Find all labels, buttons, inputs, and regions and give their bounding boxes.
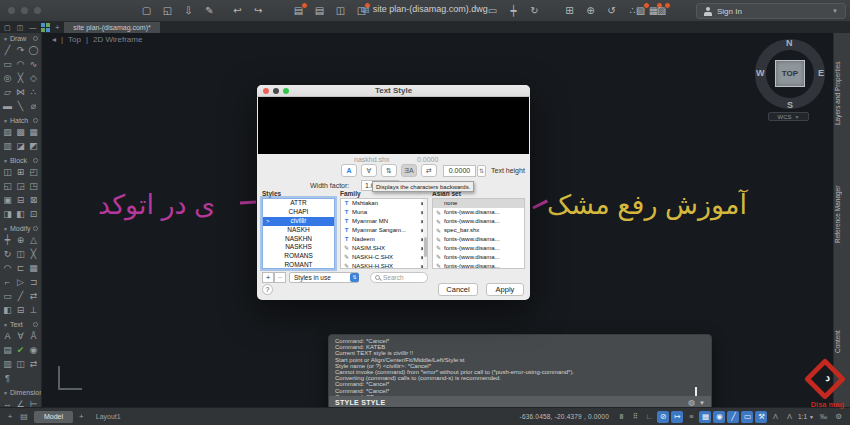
hatch-edit-icon[interactable]: ▩ — [14, 125, 27, 139]
close-dialog-icon[interactable] — [263, 88, 269, 94]
break-icon[interactable]: ╱ — [14, 289, 27, 303]
edit-block-icon[interactable]: ◰ — [27, 165, 40, 179]
zoom-dialog-icon[interactable] — [283, 88, 289, 94]
dialog-window-controls[interactable] — [263, 88, 289, 94]
styles-filter-dropdown[interactable]: Styles in use — [289, 272, 359, 283]
viewport-collapse-button[interactable]: ◂ — [52, 35, 56, 44]
match-orientation-button[interactable]: ⇄ — [421, 164, 437, 177]
compass-east-label[interactable]: E — [818, 68, 824, 78]
upright-effect-button[interactable]: A — [341, 164, 357, 177]
fillet-icon[interactable]: ◠ — [1, 261, 14, 275]
find-text-icon[interactable]: ◉ — [27, 343, 40, 357]
line-icon[interactable]: ╱ — [1, 43, 14, 57]
customization-icon[interactable]: ⚒ — [755, 411, 767, 423]
frame-icon[interactable]: ◧ — [14, 207, 27, 221]
xref-attach-icon[interactable]: ⊕ — [584, 4, 597, 17]
tile-windows-icon[interactable]: ◫ — [17, 22, 24, 33]
asian-set-list-item[interactable]: ✎ fonts-(www.disama... — [433, 208, 524, 217]
copy-icon[interactable]: ⊕ — [14, 233, 27, 247]
close-window-icon[interactable] — [8, 7, 15, 14]
style-list-item[interactable]: ROMANT — [263, 261, 334, 269]
asian-set-list-item[interactable]: ✎ fonts-(www.disama... — [433, 243, 524, 252]
annotation-scale-button[interactable]: 1:1▼ — [798, 413, 814, 420]
compass-north-label[interactable]: N — [786, 38, 793, 48]
sidebar-section-hatch-header[interactable]: ▼Hatch — [0, 115, 41, 125]
create-block-icon[interactable]: ⊞ — [14, 165, 27, 179]
asian-set-list-item[interactable]: ✎ spec_bar.shx — [433, 226, 524, 235]
scale-icon[interactable]: ↻ — [1, 247, 14, 261]
cancel-button[interactable]: Cancel — [438, 283, 478, 296]
dynamic-input-icon[interactable]: ↦ — [671, 411, 683, 423]
erase-icon[interactable]: ╳ — [27, 247, 40, 261]
info-icon[interactable] — [33, 118, 38, 123]
command-line-palette[interactable]: Command: *Cancel*Command: KATEBCurrent T… — [328, 334, 712, 410]
family-list-item[interactable]: ✎ NASKH-C.SHX ▶ — [341, 252, 427, 261]
compass-south-label[interactable]: S — [787, 100, 793, 110]
pan-icon[interactable]: ┿ — [507, 4, 520, 17]
hatch-icon[interactable]: ▨ — [1, 125, 14, 139]
style-list-item[interactable]: CHAPI — [263, 208, 334, 217]
family-list-item[interactable]: ✎ NASKH-H.SHX ▶ — [341, 261, 427, 269]
info-icon[interactable] — [33, 36, 38, 41]
extend-icon[interactable]: ▷ — [14, 275, 27, 289]
info-icon[interactable] — [33, 158, 38, 163]
save-as-icon[interactable]: ✎ — [203, 4, 216, 17]
view-cube[interactable]: N S W E TOP — [755, 39, 825, 109]
save-icon[interactable]: ⇩ — [182, 4, 195, 17]
window-controls[interactable] — [8, 7, 41, 14]
new-drawing-tab-button[interactable]: + — [55, 22, 59, 33]
model-tab[interactable]: Model — [34, 411, 73, 423]
info-icon[interactable] — [33, 226, 38, 231]
lineweight-icon[interactable]: ≡ — [685, 411, 697, 423]
sidebar-section-block-header[interactable]: ▼Block — [0, 155, 41, 165]
move-icon[interactable]: ┿ — [1, 233, 14, 247]
mirror-icon[interactable]: ◫ — [14, 247, 27, 261]
layout1-tab[interactable]: Layout1 — [90, 413, 127, 420]
family-list-item[interactable]: T Muna ▶ — [341, 208, 427, 217]
insert-icon[interactable]: ◫ — [1, 165, 14, 179]
help-button[interactable]: ? — [262, 284, 273, 295]
tab-reference-manager[interactable]: Reference Manager — [834, 168, 850, 260]
style-list-item[interactable]: NASKH — [263, 226, 334, 235]
zoom-window-icon[interactable] — [34, 7, 41, 14]
spline-icon[interactable]: ∿ — [27, 57, 40, 71]
sidebar-section-draw-header[interactable]: ▼Draw — [0, 33, 41, 43]
polygon-icon[interactable]: ◇ — [27, 71, 40, 85]
divide-icon[interactable]: ⋈ — [14, 85, 27, 99]
compass-west-label[interactable]: W — [756, 68, 765, 78]
family-scrollbar[interactable] — [423, 199, 427, 268]
family-list-item[interactable]: T Mshtakan ▶ — [341, 199, 427, 208]
ucs-icon[interactable]: ∟ — [643, 411, 655, 423]
overkill-icon[interactable]: ⊥ — [27, 303, 40, 317]
quick-view-icon[interactable] — [41, 23, 50, 32]
align-icon[interactable]: ⊟ — [14, 303, 27, 317]
external-ref-icon[interactable]: ⊠ — [27, 193, 40, 207]
new-layout-icon[interactable]: + — [4, 412, 16, 421]
tool-sets-icon[interactable]: ▧ — [634, 4, 647, 17]
rotate-icon[interactable]: △ — [27, 233, 40, 247]
dropdown-arrows-icon[interactable]: ⇅ — [350, 273, 359, 282]
trim-icon[interactable]: ⌐ — [1, 275, 14, 289]
object-snap-icon[interactable]: ▦ — [699, 411, 711, 423]
style-list-item[interactable]: ATTR — [263, 199, 334, 208]
style-list-item[interactable]: civillir — [263, 217, 334, 226]
chamfer-icon[interactable]: ⊏ — [14, 261, 27, 275]
gradient-icon[interactable]: ▦ — [27, 125, 40, 139]
text-style-icon[interactable]: Å — [27, 329, 40, 343]
text-frame-icon[interactable]: ◫ — [14, 357, 27, 371]
viewport-style-button[interactable]: 2D Wireframe — [93, 35, 142, 44]
dialog-title-bar[interactable]: Text Style — [257, 85, 530, 97]
lengthen-icon[interactable]: ◧ — [1, 303, 14, 317]
percent-icon[interactable]: ‰ — [817, 411, 829, 423]
apply-button[interactable]: Apply — [486, 283, 524, 296]
asian-set-list-item[interactable]: ✎ fonts-(www.disama... — [433, 217, 524, 226]
donut-icon[interactable]: ▱ — [1, 85, 14, 99]
dynamic-ucs-icon[interactable]: ▭ — [741, 411, 753, 423]
reload-icon[interactable]: ↺ — [605, 4, 618, 17]
grid-display-icon[interactable]: III — [615, 411, 627, 423]
vertical-effect-button[interactable]: ⇅ — [381, 164, 397, 177]
sync-attribute-icon[interactable]: ◳ — [27, 179, 40, 193]
text-height-field[interactable]: 0.0000 — [443, 165, 476, 177]
remove-style-button[interactable]: − — [274, 272, 286, 283]
backwards-effect-button[interactable]: ƎA — [401, 164, 417, 177]
